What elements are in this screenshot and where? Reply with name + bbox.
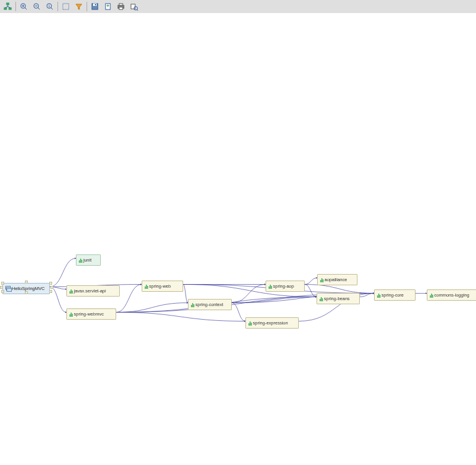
jar-icon bbox=[320, 278, 324, 282]
selection-handle[interactable] bbox=[0, 286, 3, 289]
edge-webmvc-context bbox=[116, 303, 188, 313]
edge-beans-core bbox=[360, 294, 374, 297]
separator bbox=[57, 2, 58, 11]
edge-web-context bbox=[183, 285, 188, 303]
jar-icon bbox=[269, 284, 272, 289]
edge-webmvc-expression bbox=[116, 313, 245, 321]
edge-root-webmvc bbox=[50, 287, 66, 313]
edge-aop-beans bbox=[305, 285, 317, 297]
edge-context-beans bbox=[232, 297, 317, 303]
toolbar: 1 bbox=[0, 0, 476, 13]
svg-rect-1 bbox=[4, 8, 7, 9]
node-context[interactable]: spring-context bbox=[188, 299, 232, 310]
preview-icon[interactable] bbox=[127, 1, 140, 12]
selection-handle[interactable] bbox=[49, 290, 52, 293]
svg-rect-0 bbox=[7, 3, 9, 5]
save-icon[interactable] bbox=[88, 1, 101, 12]
project-icon bbox=[5, 286, 11, 291]
svg-rect-2 bbox=[9, 8, 11, 9]
node-label: aopalliance bbox=[325, 277, 347, 282]
selection-handle[interactable] bbox=[1, 282, 4, 285]
edge-context-aop bbox=[232, 285, 266, 303]
separator bbox=[87, 2, 87, 11]
node-label: spring-context bbox=[196, 302, 223, 307]
node-label: spring-expression bbox=[253, 320, 288, 326]
node-label: commons-logging bbox=[435, 292, 469, 298]
select-icon[interactable] bbox=[59, 1, 72, 12]
node-label: spring-webmvc bbox=[74, 311, 104, 317]
node-label: javax.servlet-api bbox=[74, 288, 106, 294]
selection-handle[interactable] bbox=[25, 291, 28, 294]
node-label: spring-beans bbox=[324, 296, 350, 301]
node-beans[interactable]: spring-beans bbox=[317, 293, 360, 304]
jar-icon bbox=[79, 258, 82, 263]
node-label: HelloSpringMVC bbox=[12, 286, 44, 291]
svg-rect-15 bbox=[131, 4, 135, 9]
edge-aop-aopalliance bbox=[305, 278, 317, 285]
node-expression[interactable]: spring-expression bbox=[245, 317, 299, 329]
node-aop[interactable]: spring-aop bbox=[266, 281, 305, 292]
jar-icon bbox=[69, 289, 73, 294]
jar-icon bbox=[69, 312, 73, 317]
jar-icon bbox=[191, 302, 194, 307]
node-logging[interactable]: commons-logging bbox=[427, 289, 476, 301]
selection-handle[interactable] bbox=[49, 282, 52, 285]
node-web[interactable]: spring-web bbox=[142, 281, 183, 292]
node-webmvc[interactable]: spring-webmvc bbox=[66, 308, 116, 320]
svg-rect-13 bbox=[119, 4, 123, 5]
node-label: junit bbox=[84, 257, 92, 263]
node-servlet[interactable]: javax.servlet-api bbox=[66, 285, 120, 297]
node-label: spring-core bbox=[382, 292, 404, 298]
filter-icon[interactable] bbox=[72, 1, 85, 12]
print-icon[interactable] bbox=[114, 1, 127, 12]
svg-rect-10 bbox=[95, 4, 96, 5]
node-aopalliance[interactable]: aopalliance bbox=[317, 274, 357, 285]
selection-handle[interactable] bbox=[50, 286, 53, 289]
jar-icon bbox=[145, 284, 148, 289]
zoom-in-icon[interactable] bbox=[17, 1, 30, 12]
export-icon[interactable] bbox=[101, 1, 114, 12]
svg-rect-7 bbox=[63, 4, 69, 9]
node-core[interactable]: spring-core bbox=[374, 289, 416, 301]
node-label: spring-web bbox=[149, 284, 171, 289]
jar-icon bbox=[430, 293, 433, 298]
edge-context-expression bbox=[232, 303, 245, 321]
dependency-edges bbox=[0, 13, 476, 465]
edge-aop-core bbox=[305, 285, 374, 294]
hierarchy-icon[interactable] bbox=[1, 1, 14, 12]
jar-icon bbox=[320, 297, 323, 301]
separator bbox=[15, 2, 16, 11]
edge-root-junit bbox=[50, 259, 76, 287]
jar-icon bbox=[377, 293, 381, 298]
zoom-out-icon[interactable] bbox=[30, 1, 43, 12]
selection-handle[interactable] bbox=[1, 290, 4, 293]
node-label: spring-aop bbox=[273, 284, 294, 289]
jar-icon bbox=[248, 321, 252, 326]
edge-webmvc-web bbox=[116, 285, 142, 313]
zoom-reset-icon[interactable]: 1 bbox=[43, 1, 56, 12]
diagram-canvas[interactable]: HelloSpringMVCjunitjavax.servlet-apispri… bbox=[0, 13, 476, 465]
selection-handle[interactable] bbox=[25, 281, 28, 284]
node-junit[interactable]: junit bbox=[76, 254, 101, 266]
svg-text:1: 1 bbox=[48, 4, 50, 8]
svg-rect-14 bbox=[119, 7, 123, 9]
